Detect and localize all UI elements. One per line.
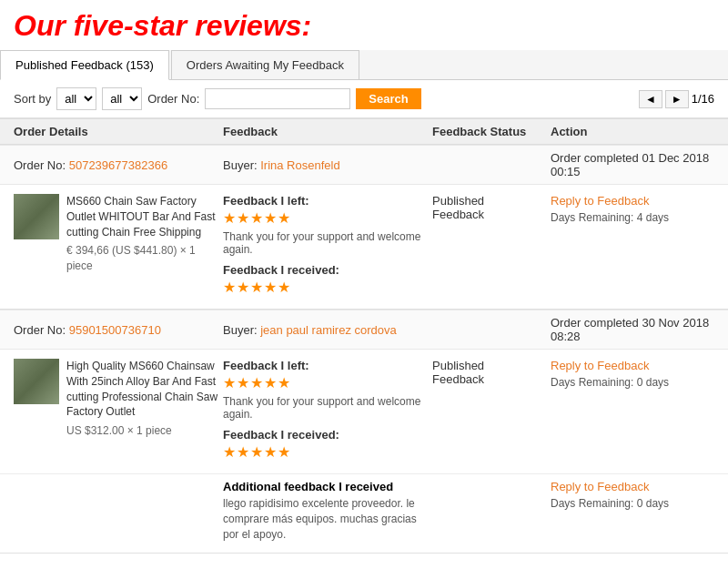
order-date-cell: Order completed 30 Nov 2018 08:28 xyxy=(551,316,714,343)
feedback-col: Feedback I left: ★★★★★ Thank you for you… xyxy=(223,194,432,300)
feedback-col: Feedback I left: ★★★★★ Thank you for you… xyxy=(223,359,432,464)
order-section: Order No: 95901500736710 Buyer: jean pau… xyxy=(0,310,728,554)
feedback-left-stars: ★★★★★ xyxy=(223,374,432,391)
status-col: PublishedFeedback xyxy=(432,359,551,386)
col-action: Action xyxy=(551,125,714,138)
sort-select-2[interactable]: all xyxy=(102,87,142,110)
buyer-name-link[interactable]: Irina Rosenfeld xyxy=(260,158,339,172)
order-number-link[interactable]: 507239677382366 xyxy=(69,158,167,172)
action-col: Reply to Feedback Days Remaining: 0 days xyxy=(551,359,714,389)
sort-by-label: Sort by xyxy=(14,92,51,106)
action-col: Reply to Feedback Days Remaining: 4 days xyxy=(551,194,714,224)
feedback-received-stars: ★★★★★ xyxy=(223,279,432,296)
days-remaining: Days Remaining: 4 days xyxy=(551,211,669,224)
feedback-received-stars: ★★★★★ xyxy=(223,443,432,461)
reply-feedback-link[interactable]: Reply to Feedback xyxy=(551,359,714,372)
product-image xyxy=(14,194,59,239)
pagination-page: 1/16 xyxy=(692,92,714,106)
buyer-name-link[interactable]: jean paul ramirez cordova xyxy=(260,323,397,337)
order-no-label-text: Order No: xyxy=(14,158,69,172)
buyer-label: Buyer: xyxy=(223,323,260,337)
feedback-left-text: Thank you for your support and welcome a… xyxy=(223,230,432,256)
order-no-label-text: Order No: xyxy=(14,323,69,337)
order-no-label: Order No: xyxy=(147,92,199,106)
additional-days-remaining: Days Remaining: 0 days xyxy=(551,497,669,510)
buyer-label: Buyer: xyxy=(223,158,260,172)
order-row-header: Order No: 507239677382366 Buyer: Irina R… xyxy=(0,145,728,185)
pagination: ◄ ► 1/16 xyxy=(639,90,714,108)
product-info: MS660 Chain Saw Factory Outlet WHITOUT B… xyxy=(14,194,223,274)
additional-feedback-text: llego rapidisimo excelente proveedor. le… xyxy=(223,496,432,542)
pagination-prev[interactable]: ◄ xyxy=(639,90,662,108)
product-price: US $312.00 × 1 piece xyxy=(66,423,223,439)
product-info: High Quality MS660 Chainsaw With 25inch … xyxy=(14,359,223,439)
status-col: PublishedFeedback xyxy=(432,194,551,221)
additional-status-col xyxy=(432,480,551,542)
tabs-row: Published Feedback (153) Orders Awaiting… xyxy=(0,50,728,80)
order-no-cell: Order No: 95901500736710 xyxy=(14,323,223,337)
orders-container: Order No: 507239677382366 Buyer: Irina R… xyxy=(0,145,728,554)
product-text: MS660 Chain Saw Factory Outlet WHITOUT B… xyxy=(66,194,223,274)
col-feedback: Feedback xyxy=(223,125,432,138)
product-text: High Quality MS660 Chainsaw With 25inch … xyxy=(66,359,223,439)
col-feedback-status: Feedback Status xyxy=(432,125,551,138)
search-button[interactable]: Search xyxy=(356,88,420,109)
order-row-header: Order No: 95901500736710 Buyer: jean pau… xyxy=(0,310,728,350)
order-completed-label: Order completed 30 Nov 2018 08:28 xyxy=(551,316,709,343)
reply-feedback-link[interactable]: Reply to Feedback xyxy=(551,194,714,208)
table-header: Order Details Feedback Feedback Status A… xyxy=(0,118,728,145)
feedback-left-text: Thank you for your support and welcome a… xyxy=(223,395,432,421)
feedback-received-label: Feedback I received: xyxy=(223,263,432,277)
order-detail-row: High Quality MS660 Chainsaw With 25inch … xyxy=(0,350,728,473)
pagination-next[interactable]: ► xyxy=(665,90,689,108)
tab-published-feedback[interactable]: Published Feedback (153) xyxy=(0,50,169,80)
filter-row: Sort by all all Order No: Search ◄ ► 1/1… xyxy=(0,80,728,118)
feedback-left-stars: ★★★★★ xyxy=(223,209,432,227)
page-title: Our five-star reviews: xyxy=(14,9,714,43)
page-header: Our five-star reviews: xyxy=(0,0,728,50)
col-order-details: Order Details xyxy=(14,125,223,138)
additional-action-col: Reply to Feedback Days Remaining: 0 days xyxy=(551,480,714,542)
order-number-link[interactable]: 95901500736710 xyxy=(69,323,161,337)
product-image xyxy=(14,359,59,404)
order-completed-label: Order completed 01 Dec 2018 00:15 xyxy=(551,151,709,178)
feedback-received-label: Feedback I received: xyxy=(223,428,432,442)
feedback-left-label: Feedback I left: xyxy=(223,359,432,372)
buyer-cell: Buyer: jean paul ramirez cordova xyxy=(223,323,551,337)
order-section: Order No: 507239677382366 Buyer: Irina R… xyxy=(0,145,728,310)
order-no-input[interactable] xyxy=(205,88,350,109)
order-detail-row: MS660 Chain Saw Factory Outlet WHITOUT B… xyxy=(0,185,728,309)
additional-empty-col1 xyxy=(14,480,223,542)
tab-orders-awaiting[interactable]: Orders Awaiting My Feedback xyxy=(171,50,359,79)
additional-feedback-label: Additional feedback I received xyxy=(223,480,432,493)
product-name: High Quality MS660 Chainsaw With 25inch … xyxy=(66,359,223,420)
additional-feedback-col: Additional feedback I received llego rap… xyxy=(223,480,432,542)
product-price: € 394,66 (US $441.80) × 1 piece xyxy=(66,243,223,274)
product-name: MS660 Chain Saw Factory Outlet WHITOUT B… xyxy=(66,194,223,239)
feedback-left-label: Feedback I left: xyxy=(223,194,432,208)
additional-reply-link[interactable]: Reply to Feedback xyxy=(551,480,714,493)
buyer-cell: Buyer: Irina Rosenfeld xyxy=(223,158,551,172)
order-no-cell: Order No: 507239677382366 xyxy=(14,158,223,172)
sort-select-1[interactable]: all xyxy=(56,87,96,110)
days-remaining: Days Remaining: 0 days xyxy=(551,376,669,389)
order-date-cell: Order completed 01 Dec 2018 00:15 xyxy=(551,151,714,178)
additional-feedback-row: Additional feedback I received llego rap… xyxy=(0,473,728,553)
